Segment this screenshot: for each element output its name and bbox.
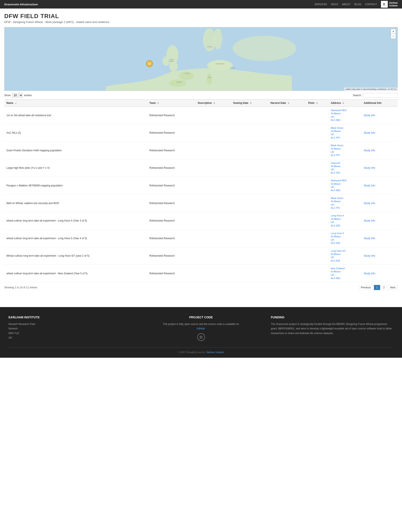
address-link-4-0[interactable]: Stackyard RES xyxy=(331,179,359,182)
nav-blog[interactable]: BLOG xyxy=(354,3,361,6)
cell-name-3: Large high fibre plots (Yx U and Y x V) xyxy=(4,159,147,177)
address-link-8-1[interactable]: St Albans xyxy=(331,253,359,256)
col-plots[interactable]: Plots ⇅ xyxy=(306,100,329,106)
col-name[interactable]: Name ▲ xyxy=(4,100,147,106)
github-link[interactable]: GitHub: xyxy=(197,327,205,330)
address-link-7-3[interactable]: AL5 2DA xyxy=(331,241,359,245)
study-info-link-5[interactable]: Study Info xyxy=(364,202,375,205)
cell-team-4: Rothamsted Research xyxy=(147,177,196,195)
address-link-9-3[interactable]: AL5 2BQ xyxy=(331,277,359,280)
address-link-6-0[interactable]: Long Hoos 4 xyxy=(331,214,359,217)
address-link-9-0[interactable]: New Zealand xyxy=(331,267,359,270)
address-link-6-1[interactable]: St Albans xyxy=(331,217,359,221)
address-link-2-3[interactable]: AL3 7PX xyxy=(331,154,359,157)
address-link-7-2[interactable]: UK xyxy=(331,238,359,241)
study-info-link-2[interactable]: Study Info xyxy=(364,149,375,152)
address-link-5-2[interactable]: UK xyxy=(331,203,359,206)
address-link-2-0[interactable]: Black Horse xyxy=(331,144,359,147)
zoom-in-button[interactable]: + xyxy=(391,29,396,34)
address-link-5-0[interactable]: Black Horse xyxy=(331,197,359,200)
footer-institute-address: Norwich Research ParkNorwichNR4 7UZUK xyxy=(8,322,131,340)
address-link-3-1[interactable]: St Albans xyxy=(331,165,359,168)
page-1-button[interactable]: 1 xyxy=(374,285,380,290)
nav-services[interactable]: SERVICES xyxy=(314,3,327,6)
address-link-8-3[interactable]: AL5 2DA xyxy=(331,259,359,262)
next-button[interactable]: Next xyxy=(388,285,398,290)
cell-address-2: Black HorseSt AlbansUKAL3 7PX xyxy=(329,142,362,159)
nav-docs[interactable]: DOCS xyxy=(331,3,338,6)
map-cluster-marker[interactable]: 11 xyxy=(146,60,153,67)
study-info-link-9[interactable]: Study Info xyxy=(364,272,375,275)
address-link-6-2[interactable]: UK xyxy=(331,221,359,224)
address-link-3-2[interactable]: UK xyxy=(331,168,359,171)
address-link-1-0[interactable]: Black Horse xyxy=(331,127,359,130)
address-link-1-2[interactable]: UK xyxy=(331,133,359,136)
address-link-1-3[interactable]: AL3 7PX xyxy=(331,136,359,139)
svg-point-7 xyxy=(169,79,186,87)
address-link-6-3[interactable]: AL5 2DA xyxy=(331,224,359,227)
cell-harvest-3 xyxy=(268,159,306,177)
cell-name-7: wheat cultivar long term take-all experi… xyxy=(4,229,147,247)
table-row: AxC NILs (2) Rothamsted Research Black H… xyxy=(4,124,398,142)
table-row: Paragon x Watkins 487/88/89 mapping popu… xyxy=(4,177,398,195)
cell-address-4: Stackyard RESSt AlbansUKAL5 2BQ xyxy=(329,177,362,195)
address-link-9-2[interactable]: UK xyxy=(331,273,359,277)
address-link-8-0[interactable]: Long Hoos 6/7 xyxy=(331,249,359,253)
address-link-0-3[interactable]: AL5 2BQ xyxy=(331,119,359,122)
study-info-link-3[interactable]: Study Info xyxy=(364,166,375,169)
footer-bottom: © 2017 Brought to you by Earlham Institu… xyxy=(8,347,394,354)
cell-additional-4: Study Info xyxy=(362,177,398,195)
page-2-button[interactable]: 2 xyxy=(381,285,387,290)
address-link-5-3[interactable]: AL3 7PX xyxy=(331,206,359,210)
col-harvest-date[interactable]: Harvest Date ⇅ xyxy=(268,100,306,106)
cell-team-0: Rothamsted Research xyxy=(147,106,196,124)
address-link-3-3[interactable]: AL3 7PD xyxy=(331,171,359,175)
search-input[interactable] xyxy=(363,93,398,98)
map[interactable]: United Kingdom France España Sverige Deu… xyxy=(4,27,398,91)
study-info-link-7[interactable]: Study Info xyxy=(364,237,375,240)
copyright-link[interactable]: Earlham Institute xyxy=(206,351,224,354)
table-row: wheat cultivar long term take-all experi… xyxy=(4,265,398,282)
cell-additional-5: Study Info xyxy=(362,194,398,212)
cell-sowing-1 xyxy=(231,124,268,142)
table-controls: Show 10 25 50 100 entries Search: xyxy=(4,93,398,98)
col-sowing-date[interactable]: Sowing Date ⇅ xyxy=(231,100,268,106)
col-description[interactable]: Description ⇅ xyxy=(196,100,231,106)
entries-select[interactable]: 10 25 50 100 xyxy=(12,93,23,98)
brand-name: Grassroots Infrastructure xyxy=(4,3,38,6)
cell-description-7 xyxy=(196,229,231,247)
study-info-link-4[interactable]: Study Info xyxy=(364,184,375,187)
address-link-4-1[interactable]: St Albans xyxy=(331,182,359,186)
address-link-4-2[interactable]: UK xyxy=(331,186,359,189)
address-link-5-1[interactable]: St Albans xyxy=(331,200,359,203)
address-link-2-2[interactable]: UK xyxy=(331,151,359,154)
nav-about[interactable]: ABOUT xyxy=(342,3,351,6)
address-link-3-0[interactable]: Claycroft xyxy=(331,162,359,165)
address-link-0-1[interactable]: St Albans xyxy=(331,112,359,115)
col-address[interactable]: Address ⇅ xyxy=(329,100,362,106)
previous-button[interactable]: Previous xyxy=(359,285,373,290)
address-link-0-2[interactable]: UK xyxy=(331,115,359,119)
nav-contact[interactable]: CONTACT xyxy=(365,3,377,6)
address-link-7-0[interactable]: Long Hoos 5 xyxy=(331,232,359,235)
address-link-0-0[interactable]: Stackyard RES xyxy=(331,109,359,112)
col-team[interactable]: Team ⇅ xyxy=(147,100,196,106)
study-info-link-0[interactable]: Study Info xyxy=(364,114,375,117)
github-icon[interactable]: ⊙ xyxy=(197,333,205,341)
pagination-buttons: Previous 1 2 Next xyxy=(359,285,398,290)
study-info-link-1[interactable]: Study Info xyxy=(364,131,375,134)
study-info-link-6[interactable]: Study Info xyxy=(364,219,375,222)
cell-harvest-7 xyxy=(268,229,306,247)
cell-plots-4 xyxy=(306,177,329,195)
col-additional-info[interactable]: Additional Info xyxy=(362,100,398,106)
study-info-link-8[interactable]: Study Info xyxy=(364,254,375,257)
address-link-9-1[interactable]: St Albans xyxy=(331,270,359,273)
address-link-2-1[interactable]: St Albans xyxy=(331,147,359,151)
address-link-7-1[interactable]: St Albans xyxy=(331,235,359,238)
zoom-out-button[interactable]: − xyxy=(391,34,396,38)
map-zoom-controls[interactable]: + − xyxy=(391,29,396,39)
address-link-4-3[interactable]: AL5 2BQ xyxy=(331,189,359,192)
address-link-8-2[interactable]: UK xyxy=(331,256,359,259)
address-link-1-1[interactable]: St Albans xyxy=(331,130,359,133)
cell-plots-8 xyxy=(306,247,329,265)
